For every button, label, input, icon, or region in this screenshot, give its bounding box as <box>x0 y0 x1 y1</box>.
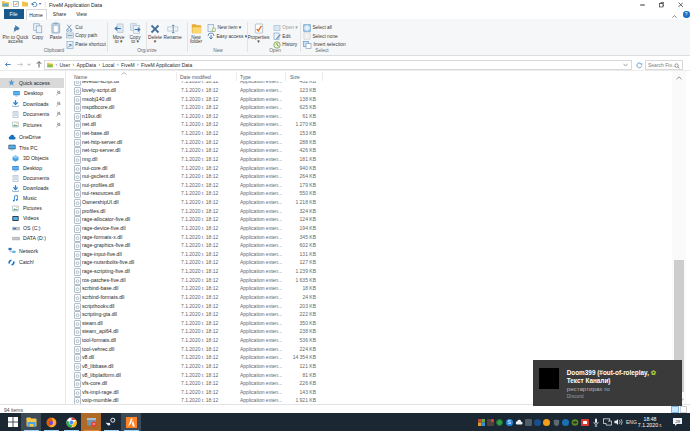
svg-text:29: 29 <box>676 419 681 424</box>
